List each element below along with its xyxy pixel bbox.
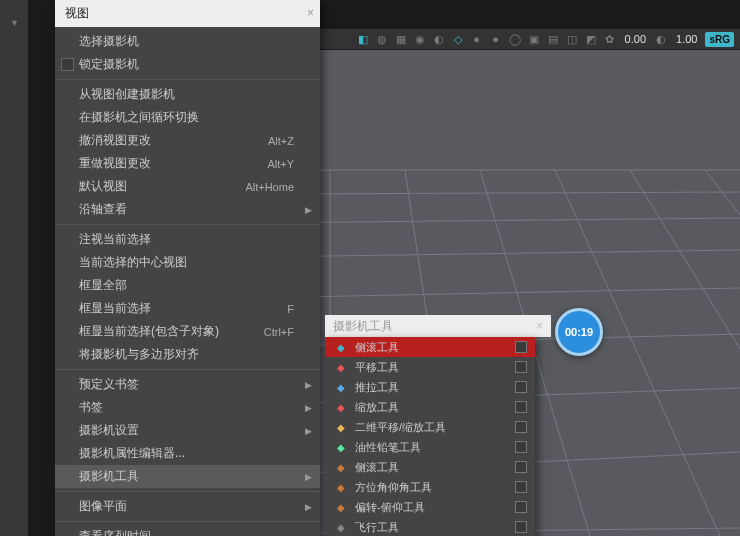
option-box-icon[interactable] <box>515 521 527 533</box>
menu-item-label: 摄影机设置 <box>79 422 310 439</box>
grid-icon[interactable]: ▦ <box>394 32 408 46</box>
submenu-item[interactable]: ◆油性铅笔工具 <box>325 437 535 457</box>
menu-item[interactable]: 摄影机属性编辑器... <box>55 442 320 465</box>
globe-icon[interactable]: ◍ <box>375 32 389 46</box>
exposure-value: 1.00 <box>673 33 700 45</box>
submenu-title-bar[interactable]: 摄影机工具 × <box>325 315 551 337</box>
submenu-item-label: 方位角仰角工具 <box>355 480 515 495</box>
menu-item-label: 查看序列时间 <box>79 528 310 536</box>
submenu-item[interactable]: ◆推拉工具 <box>325 377 535 397</box>
option-box-icon[interactable] <box>515 361 527 373</box>
checkbox-icon[interactable] <box>61 58 74 71</box>
submenu-item[interactable]: ◆方位角仰角工具 <box>325 477 535 497</box>
chevron-right-icon: ▶ <box>305 380 312 390</box>
submenu-item-label: 侧滚工具 <box>355 460 515 475</box>
timer-badge: 00:19 <box>555 308 603 356</box>
shadow-icon[interactable]: ● <box>470 32 484 46</box>
submenu-item[interactable]: ◆二维平移/缩放工具 <box>325 417 535 437</box>
menu-item-label: 框显全部 <box>79 277 310 294</box>
colorspace-badge[interactable]: sRG <box>705 32 734 47</box>
chevron-right-icon: ▶ <box>305 205 312 215</box>
menu-item[interactable]: 注视当前选择 <box>55 228 320 251</box>
menu-item[interactable]: 查看序列时间 <box>55 525 320 536</box>
timer-value: 00:19 <box>565 326 593 338</box>
tool-icon: ◆ <box>333 360 349 374</box>
submenu-item[interactable]: ◆侧滚工具 <box>325 457 535 477</box>
close-icon[interactable]: × <box>307 6 314 20</box>
menu-item[interactable]: 在摄影机之间循环切换 <box>55 106 320 129</box>
submenu-item[interactable]: ◆偏转-俯仰工具 <box>325 497 535 517</box>
menu-shortcut: Alt+Y <box>267 158 310 170</box>
submenu-item[interactable]: ◆飞行工具 <box>325 517 535 536</box>
chevron-right-icon: ▶ <box>305 472 312 482</box>
option-box-icon[interactable] <box>515 381 527 393</box>
menu-item-label: 注视当前选择 <box>79 231 310 248</box>
chevron-down-icon[interactable]: ▼ <box>10 18 19 28</box>
menu-item-label: 预定义书签 <box>79 376 310 393</box>
menu-item[interactable]: 将摄影机与多边形对齐 <box>55 343 320 366</box>
menu-item[interactable]: 框显当前选择(包含子对象)Ctrl+F <box>55 320 320 343</box>
menu-item-label: 沿轴查看 <box>79 201 310 218</box>
cube-icon[interactable]: ◧ <box>356 32 370 46</box>
menu-shortcut: F <box>287 303 310 315</box>
option-box-icon[interactable] <box>515 461 527 473</box>
menu-item-label: 选择摄影机 <box>79 33 310 50</box>
menu-item[interactable]: 预定义书签▶ <box>55 373 320 396</box>
menu-item[interactable]: 图像平面▶ <box>55 495 320 518</box>
xray-icon[interactable]: ◫ <box>565 32 579 46</box>
menu-item[interactable]: 重做视图更改Alt+Y <box>55 152 320 175</box>
tool-icon: ◆ <box>333 380 349 394</box>
tool-icon: ◆ <box>333 440 349 454</box>
ao-icon[interactable]: ● <box>489 32 503 46</box>
menu-item[interactable]: 沿轴查看▶ <box>55 198 320 221</box>
menu-item-label: 从视图创建摄影机 <box>79 86 310 103</box>
submenu-item[interactable]: ◆侧滚工具 <box>325 337 535 357</box>
menu-item[interactable]: 框显全部 <box>55 274 320 297</box>
menu-item-label: 框显当前选择 <box>79 300 287 317</box>
menu-title-bar[interactable]: 视图 × <box>55 0 320 27</box>
menu-item[interactable]: 默认视图Alt+Home <box>55 175 320 198</box>
chevron-right-icon: ▶ <box>305 403 312 413</box>
option-box-icon[interactable] <box>515 401 527 413</box>
submenu-item-label: 缩放工具 <box>355 400 515 415</box>
submenu-item[interactable]: ◆平移工具 <box>325 357 535 377</box>
menu-item-label: 书签 <box>79 399 310 416</box>
light-icon[interactable]: ◐ <box>432 32 446 46</box>
option-box-icon[interactable] <box>515 481 527 493</box>
menu-item-label: 默认视图 <box>79 178 245 195</box>
menu-item[interactable]: 选择摄影机 <box>55 30 320 53</box>
submenu-title: 摄影机工具 <box>333 318 536 335</box>
submenu-item-label: 偏转-俯仰工具 <box>355 500 515 515</box>
gear-icon[interactable]: ✿ <box>603 32 617 46</box>
option-box-icon[interactable] <box>515 501 527 513</box>
tool-icon: ◆ <box>333 520 349 534</box>
menu-item[interactable]: 摄影机设置▶ <box>55 419 320 442</box>
submenu-item-label: 推拉工具 <box>355 380 515 395</box>
chevron-right-icon: ▶ <box>305 502 312 512</box>
wireframe-icon[interactable]: ▤ <box>546 32 560 46</box>
submenu-item-label: 侧滚工具 <box>355 340 515 355</box>
menu-item[interactable]: 当前选择的中心视图 <box>55 251 320 274</box>
option-box-icon[interactable] <box>515 341 527 353</box>
menu-item[interactable]: 撤消视图更改Alt+Z <box>55 129 320 152</box>
motion-icon[interactable]: ◯ <box>508 32 522 46</box>
exposure-icon[interactable]: ◐ <box>654 32 668 46</box>
bulb-icon[interactable]: ◇ <box>451 32 465 46</box>
submenu-item[interactable]: ◆缩放工具 <box>325 397 535 417</box>
menu-shortcut: Alt+Home <box>245 181 310 193</box>
isolate-icon[interactable]: ◩ <box>584 32 598 46</box>
left-panel: ▼ <box>0 0 28 536</box>
sphere-icon[interactable]: ◉ <box>413 32 427 46</box>
texture-icon[interactable]: ▣ <box>527 32 541 46</box>
menu-item[interactable]: 摄影机工具▶ <box>55 465 320 488</box>
menu-shortcut: Ctrl+F <box>264 326 310 338</box>
menu-item[interactable]: 框显当前选择F <box>55 297 320 320</box>
submenu-item-label: 平移工具 <box>355 360 515 375</box>
menu-shortcut: Alt+Z <box>268 135 310 147</box>
option-box-icon[interactable] <box>515 441 527 453</box>
option-box-icon[interactable] <box>515 421 527 433</box>
menu-item[interactable]: 锁定摄影机 <box>55 53 320 76</box>
close-icon[interactable]: × <box>536 319 543 333</box>
menu-item[interactable]: 从视图创建摄影机 <box>55 83 320 106</box>
menu-item[interactable]: 书签▶ <box>55 396 320 419</box>
